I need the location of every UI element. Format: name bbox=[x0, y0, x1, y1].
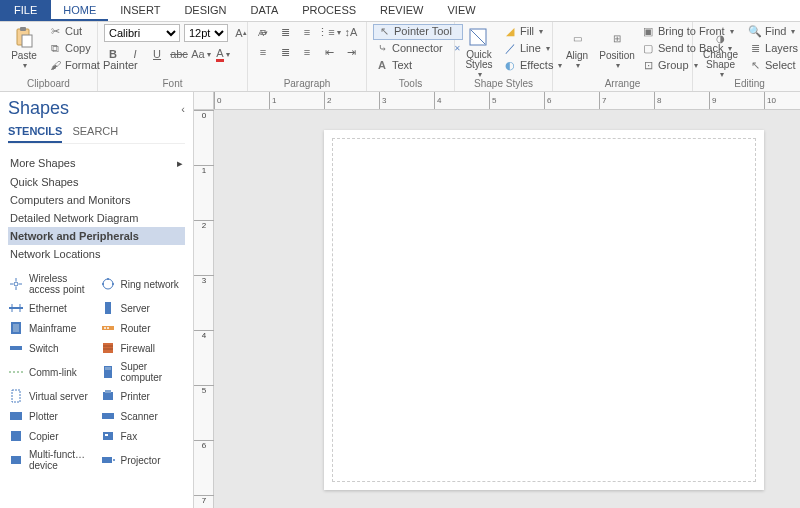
group-label-clipboard: Clipboard bbox=[0, 78, 97, 89]
position-button[interactable]: ⊞Position▾ bbox=[599, 24, 635, 72]
align-icon: ▭ bbox=[565, 26, 589, 50]
panel-tab-stencils[interactable]: STENCILS bbox=[8, 125, 62, 143]
chevron-right-icon: ▸ bbox=[177, 157, 183, 170]
stencil-network-peripherals[interactable]: Network and Peripherals bbox=[8, 227, 185, 245]
shape-label: Ethernet bbox=[29, 303, 67, 314]
text-tool-button[interactable]: AText bbox=[373, 58, 463, 74]
shape-icon bbox=[8, 429, 24, 443]
shape-item[interactable]: Ring network bbox=[100, 271, 186, 297]
shape-icon bbox=[8, 301, 24, 315]
svg-point-39 bbox=[113, 459, 115, 461]
group-icon: ⊡ bbox=[641, 59, 655, 73]
bold-button[interactable]: B bbox=[104, 46, 122, 62]
shape-item[interactable]: Virtual server bbox=[8, 387, 94, 405]
connector-tool-button[interactable]: ⤷Connector✕ bbox=[373, 41, 463, 57]
font-family-combo[interactable]: Calibri bbox=[104, 24, 180, 42]
shape-item[interactable]: Comm-link bbox=[8, 359, 94, 385]
shape-item[interactable]: Wireless access point bbox=[8, 271, 94, 297]
align-left-button[interactable]: ≡ bbox=[254, 44, 272, 60]
tab-file[interactable]: FILE bbox=[0, 0, 51, 21]
drawing-page[interactable] bbox=[324, 130, 764, 490]
align-button[interactable]: ▭Align▾ bbox=[559, 24, 595, 72]
align-right-button[interactable]: ≡ bbox=[298, 44, 316, 60]
quick-styles-icon bbox=[467, 26, 491, 50]
tab-home[interactable]: HOME bbox=[51, 0, 108, 21]
find-button[interactable]: 🔍Find▾ bbox=[746, 24, 800, 40]
shape-icon bbox=[8, 277, 24, 291]
shape-item[interactable]: Fax bbox=[100, 427, 186, 445]
svg-rect-37 bbox=[11, 456, 21, 464]
tab-review[interactable]: REVIEW bbox=[368, 0, 435, 21]
align-middle-button[interactable]: ≣ bbox=[276, 24, 294, 40]
group-label-editing: Editing bbox=[693, 78, 800, 89]
increase-indent-button[interactable]: ⇥ bbox=[342, 44, 360, 60]
shape-item[interactable]: Firewall bbox=[100, 339, 186, 357]
change-shape-button[interactable]: ◑Change Shape▾ bbox=[699, 24, 742, 81]
svg-point-9 bbox=[103, 279, 113, 289]
tab-data[interactable]: DATA bbox=[239, 0, 291, 21]
font-size-combo[interactable]: 12pt. bbox=[184, 24, 228, 42]
strikethrough-button[interactable]: abc bbox=[170, 46, 188, 62]
line-icon: ／ bbox=[503, 42, 517, 56]
layers-button[interactable]: ≣Layers bbox=[746, 41, 800, 57]
shape-grid: Wireless access pointRing networkEtherne… bbox=[8, 271, 185, 473]
align-bottom-button[interactable]: ≡ bbox=[298, 24, 316, 40]
select-button[interactable]: ↖Select bbox=[746, 58, 800, 74]
shape-label: Printer bbox=[121, 391, 150, 402]
shape-item[interactable]: Printer bbox=[100, 387, 186, 405]
shape-icon bbox=[8, 409, 24, 423]
paste-icon bbox=[12, 26, 36, 50]
shape-item[interactable]: Switch bbox=[8, 339, 94, 357]
fill-icon: ◢ bbox=[503, 25, 517, 39]
tab-view[interactable]: VIEW bbox=[435, 0, 487, 21]
paste-button[interactable]: Paste ▾ bbox=[6, 24, 42, 72]
shape-item[interactable]: Scanner bbox=[100, 407, 186, 425]
decrease-indent-button[interactable]: ⇤ bbox=[320, 44, 338, 60]
svg-rect-22 bbox=[10, 346, 22, 350]
align-top-button[interactable]: ≡ bbox=[254, 24, 272, 40]
shape-icon bbox=[100, 389, 116, 403]
ruler-corner bbox=[194, 92, 214, 110]
text-direction-button[interactable]: ↕A bbox=[342, 24, 360, 40]
panel-title: Shapes‹ bbox=[8, 98, 185, 119]
pointer-tool-button[interactable]: ↖Pointer Tool bbox=[373, 24, 463, 40]
page-background[interactable] bbox=[214, 110, 800, 508]
italic-button[interactable]: I bbox=[126, 46, 144, 62]
shape-item[interactable]: Super computer bbox=[100, 359, 186, 385]
shape-label: Plotter bbox=[29, 411, 58, 422]
svg-point-11 bbox=[112, 283, 114, 285]
svg-rect-23 bbox=[103, 343, 113, 353]
shape-item[interactable]: Projector bbox=[100, 447, 186, 473]
underline-button[interactable]: U bbox=[148, 46, 166, 62]
tab-insert[interactable]: INSERT bbox=[108, 0, 172, 21]
shape-item[interactable]: Router bbox=[100, 319, 186, 337]
svg-rect-16 bbox=[105, 302, 111, 314]
change-case-button[interactable]: Aa▾ bbox=[192, 46, 210, 62]
shape-icon bbox=[100, 409, 116, 423]
svg-rect-36 bbox=[105, 434, 108, 436]
stencil-computers-monitors[interactable]: Computers and Monitors bbox=[8, 191, 185, 209]
quick-styles-button[interactable]: Quick Styles▾ bbox=[461, 24, 497, 81]
stencil-quick-shapes[interactable]: Quick Shapes bbox=[8, 173, 185, 191]
shape-item[interactable]: Ethernet bbox=[8, 299, 94, 317]
stencil-detailed-network[interactable]: Detailed Network Diagram bbox=[8, 209, 185, 227]
collapse-panel-button[interactable]: ‹ bbox=[181, 103, 185, 115]
shape-item[interactable]: Multi-funct… device bbox=[8, 447, 94, 473]
shape-icon bbox=[8, 341, 24, 355]
tab-process[interactable]: PROCESS bbox=[290, 0, 368, 21]
group-label-tools: Tools bbox=[367, 78, 454, 89]
svg-point-10 bbox=[107, 278, 109, 280]
shape-item[interactable]: Plotter bbox=[8, 407, 94, 425]
cursor-icon: ↖ bbox=[377, 25, 391, 39]
tab-design[interactable]: DESIGN bbox=[172, 0, 238, 21]
shape-item[interactable]: Server bbox=[100, 299, 186, 317]
chevron-down-icon: ▾ bbox=[23, 61, 27, 70]
stencil-more-shapes[interactable]: More Shapes▸ bbox=[8, 154, 185, 173]
shape-item[interactable]: Copier bbox=[8, 427, 94, 445]
font-color-button[interactable]: A▾ bbox=[214, 46, 232, 62]
bullets-button[interactable]: ⋮≡▾ bbox=[320, 24, 338, 40]
panel-tab-search[interactable]: SEARCH bbox=[72, 125, 118, 143]
align-center-button[interactable]: ≣ bbox=[276, 44, 294, 60]
shape-item[interactable]: Mainframe bbox=[8, 319, 94, 337]
stencil-network-locations[interactable]: Network Locations bbox=[8, 245, 185, 263]
